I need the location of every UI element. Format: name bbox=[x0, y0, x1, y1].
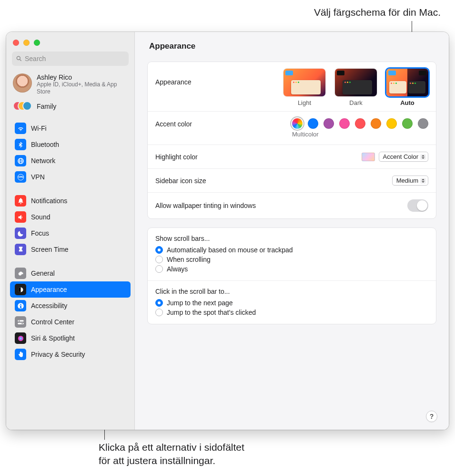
svg-point-9 bbox=[21, 323, 23, 324]
scrollbars-option[interactable]: When scrolling bbox=[155, 255, 428, 264]
accent-swatch-blue[interactable] bbox=[308, 118, 318, 129]
switches-icon bbox=[15, 316, 26, 328]
highlight-popup[interactable]: Accent Color bbox=[379, 152, 428, 162]
sidebar-size-value: Medium bbox=[396, 177, 418, 184]
siri-icon bbox=[15, 332, 26, 344]
appearance-option-light[interactable]: Light bbox=[283, 69, 325, 106]
accent-swatch-red[interactable] bbox=[355, 118, 365, 129]
vpn-icon: VPN bbox=[15, 171, 26, 183]
accent-swatch-gray[interactable] bbox=[418, 118, 428, 129]
sidebar-item-accessibility[interactable]: Accessibility bbox=[10, 298, 131, 314]
sidebar-item-screen-time[interactable]: Screen Time bbox=[10, 241, 131, 258]
scrollbars-option[interactable]: Automatically based on mouse or trackpad bbox=[155, 245, 428, 255]
search-input[interactable] bbox=[25, 55, 125, 62]
sidebar-item-siri-spotlight[interactable]: Siri & Spotlight bbox=[10, 330, 131, 346]
help-button[interactable]: ? bbox=[426, 411, 437, 422]
sidebar-item-focus[interactable]: Focus bbox=[10, 225, 131, 241]
sidebar-item-notifications[interactable]: Notifications bbox=[10, 193, 131, 209]
appearance-option-auto[interactable]: Auto bbox=[386, 69, 428, 106]
sidebar-item-general[interactable]: General bbox=[10, 265, 131, 281]
radio-button[interactable] bbox=[155, 299, 163, 307]
moon-icon bbox=[15, 228, 26, 239]
appearance-thumb bbox=[335, 69, 377, 96]
appearance-option-dark[interactable]: Dark bbox=[335, 69, 377, 106]
sidebar-item-label: Screen Time bbox=[31, 246, 69, 253]
appearance-thumb-label: Dark bbox=[349, 99, 362, 106]
highlight-swatch bbox=[362, 153, 375, 161]
sidebar-item-label: Sound bbox=[31, 213, 50, 221]
chevron-updown-icon bbox=[420, 154, 426, 160]
family-row[interactable]: Family bbox=[6, 98, 134, 117]
accent-swatch-orange[interactable] bbox=[371, 118, 381, 129]
radio-label: Jump to the spot that's clicked bbox=[167, 309, 256, 316]
appearance-thumb bbox=[386, 69, 428, 96]
svg-point-10 bbox=[18, 335, 23, 341]
svg-point-5 bbox=[20, 304, 21, 305]
scrollclick-option[interactable]: Jump to the next page bbox=[155, 298, 428, 308]
accent-label: Accent color bbox=[155, 118, 292, 128]
sidebar-item-privacy-security[interactable]: Privacy & Security bbox=[10, 346, 131, 362]
sidebar-item-label: Bluetooth bbox=[31, 141, 59, 148]
sidebar-item-vpn[interactable]: VPNVPN bbox=[10, 169, 131, 185]
accent-swatch-purple[interactable] bbox=[324, 118, 334, 129]
sidebar-item-control-center[interactable]: Control Center bbox=[10, 314, 131, 330]
accent-swatch-yellow[interactable] bbox=[386, 118, 397, 129]
speaker-icon bbox=[15, 211, 26, 223]
svg-line-1 bbox=[20, 59, 21, 61]
minimize-button[interactable] bbox=[23, 40, 30, 46]
accent-swatch-multicolor[interactable] bbox=[292, 118, 303, 129]
window-controls bbox=[6, 37, 134, 52]
radio-button[interactable] bbox=[155, 246, 163, 254]
sidebar-size-row: Sidebar icon size Medium bbox=[148, 169, 436, 193]
appearance-icon bbox=[15, 284, 26, 295]
sidebar-size-popup[interactable]: Medium bbox=[392, 176, 428, 186]
close-button[interactable] bbox=[13, 40, 19, 46]
sidebar-item-label: Focus bbox=[31, 229, 49, 237]
scrollclick-section: Click in the scroll bar to... Jump to th… bbox=[148, 281, 436, 324]
radio-button[interactable] bbox=[155, 256, 163, 263]
sidebar-item-label: VPN bbox=[31, 173, 45, 181]
scrollclick-option[interactable]: Jump to the spot that's clicked bbox=[155, 308, 428, 317]
search-field[interactable] bbox=[12, 52, 129, 66]
sidebar-item-bluetooth[interactable]: Bluetooth bbox=[10, 136, 131, 153]
sidebar-item-wi-fi[interactable]: Wi-Fi bbox=[10, 120, 131, 136]
sidebar-item-label: Notifications bbox=[31, 197, 67, 205]
sidebar: Ashley Rico Apple ID, iCloud+, Media & A… bbox=[6, 32, 135, 430]
settings-window: Ashley Rico Apple ID, iCloud+, Media & A… bbox=[6, 32, 449, 430]
bluetooth-icon bbox=[15, 139, 26, 150]
page-title: Appearance bbox=[149, 41, 436, 51]
radio-button[interactable] bbox=[155, 265, 163, 273]
sidebar-item-sound[interactable]: Sound bbox=[10, 209, 131, 225]
sidebar-item-label: Appearance bbox=[31, 286, 67, 293]
radio-label: Automatically based on mouse or trackpad bbox=[167, 246, 293, 254]
svg-point-7 bbox=[19, 320, 20, 321]
accent-swatch-green[interactable] bbox=[402, 118, 413, 129]
sidebar-item-label: Siri & Spotlight bbox=[31, 334, 75, 342]
sidebar-item-label: Wi-Fi bbox=[31, 124, 47, 132]
family-label: Family bbox=[37, 103, 56, 110]
tinting-label: Allow wallpaper tinting in windows bbox=[155, 202, 407, 209]
gear-icon bbox=[15, 268, 26, 279]
radio-label: Jump to the next page bbox=[167, 299, 233, 307]
radio-label: When scrolling bbox=[167, 256, 211, 263]
account-row[interactable]: Ashley Rico Apple ID, iCloud+, Media & A… bbox=[6, 71, 134, 98]
appearance-thumb-label: Light bbox=[298, 99, 311, 106]
appearance-panel: Appearance Light Dark Auto Accent color bbox=[147, 62, 436, 219]
tinting-toggle[interactable] bbox=[407, 199, 428, 212]
zoom-button[interactable] bbox=[34, 40, 40, 46]
scrollbars-option[interactable]: Always bbox=[155, 264, 428, 274]
accent-swatches bbox=[292, 118, 428, 129]
highlight-row: Highlight color Accent Color bbox=[148, 145, 436, 169]
sidebar-item-appearance[interactable]: Appearance bbox=[10, 281, 131, 298]
search-icon bbox=[16, 55, 22, 62]
hourglass-icon bbox=[15, 244, 26, 255]
accent-swatch-pink[interactable] bbox=[339, 118, 350, 129]
globe-icon bbox=[15, 155, 26, 166]
sidebar-item-label: Privacy & Security bbox=[31, 351, 85, 358]
highlight-label: Highlight color bbox=[155, 153, 362, 161]
sidebar-item-network[interactable]: Network bbox=[10, 153, 131, 169]
radio-button[interactable] bbox=[155, 309, 163, 316]
scrollbars-label: Show scroll bars... bbox=[155, 235, 428, 242]
hand-icon bbox=[15, 349, 26, 360]
accent-row: Accent color Multicolor bbox=[148, 112, 436, 145]
